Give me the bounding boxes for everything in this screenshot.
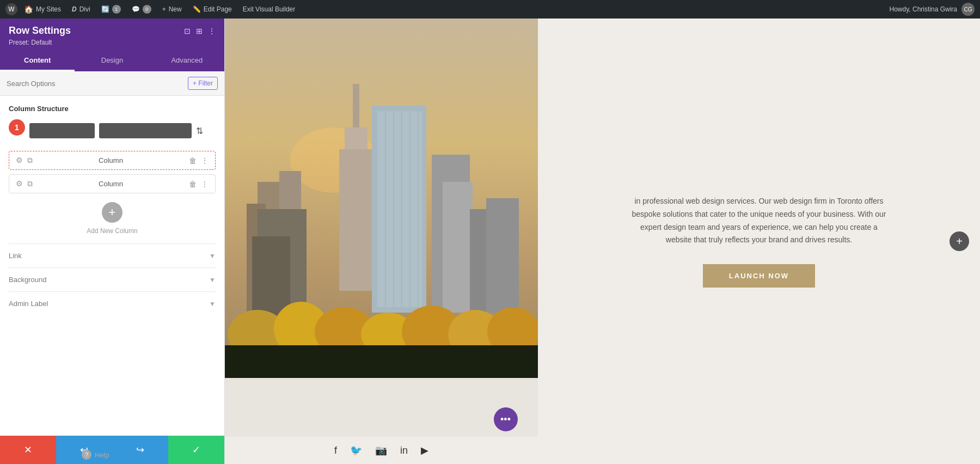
linkedin-icon[interactable]: in [400, 445, 408, 456]
column-structure-title: Column Structure [9, 105, 216, 113]
admin-bar-comments[interactable]: 💬 0 [127, 0, 156, 19]
column-1-actions: 🗑 ⋮ [189, 156, 209, 165]
filter-button[interactable]: + Filter [188, 77, 218, 90]
main-area: Row Settings ⊡ ⊞ ⋮ Preset: Default Conte… [0, 19, 980, 464]
right-area: f 🐦 📷 in ▶ in professional web design se… [225, 19, 980, 464]
social-bar: f 🐦 📷 in ▶ [225, 437, 538, 464]
panel-header-icons: ⊡ ⊞ ⋮ [184, 27, 216, 35]
home-icon: 🏠 [24, 5, 33, 14]
admin-bar-divi[interactable]: D Divi [68, 0, 95, 19]
admin-bar-edit-page[interactable]: ✏️ Edit Page [188, 0, 236, 19]
panel-header: Row Settings ⊡ ⊞ ⋮ Preset: Default [0, 19, 224, 51]
column-1-label: Column [33, 156, 189, 164]
chevron-down-icon-admin: ▼ [209, 300, 216, 308]
step-badge: 1 [9, 119, 25, 136]
instagram-icon[interactable]: 📷 [375, 444, 387, 456]
more-icon-1[interactable]: ⋮ [201, 156, 209, 165]
avatar: CG [961, 3, 975, 16]
column-swap-button[interactable]: ⇅ [196, 126, 203, 136]
admin-bar-new[interactable]: + New [158, 0, 186, 19]
column-2-icons: ⚙ ⧉ [16, 179, 33, 188]
svg-rect-7 [339, 149, 373, 291]
help-icon[interactable]: ? [82, 450, 91, 460]
accordion-background-header[interactable]: Background ▼ [9, 276, 216, 284]
delete-icon-2[interactable]: 🗑 [189, 180, 197, 188]
accordion-link-title: Link [9, 252, 22, 260]
accordion-admin-label: Admin Label ▼ [9, 291, 216, 315]
column-layout-btn-1[interactable] [29, 123, 95, 138]
tab-advanced[interactable]: Advanced [150, 51, 224, 71]
accordion-admin-label-header[interactable]: Admin Label ▼ [9, 300, 216, 308]
column-row-1: ⚙ ⧉ Column 🗑 ⋮ [9, 151, 216, 170]
redo-button[interactable]: ↪ [112, 436, 168, 464]
expand-icon[interactable]: ⊞ [196, 27, 203, 35]
minimize-icon[interactable]: ⊡ [184, 27, 191, 35]
launch-now-button[interactable]: LAUNCH NOW [703, 264, 815, 288]
column-1-icons: ⚙ ⧉ [16, 156, 33, 165]
svg-rect-20 [252, 236, 290, 318]
chevron-down-icon-background: ▼ [209, 276, 216, 284]
youtube-icon[interactable]: ▶ [421, 444, 428, 456]
svg-rect-18 [486, 198, 519, 313]
copy-icon-1[interactable]: ⧉ [27, 156, 33, 165]
settings-icon-2[interactable]: ⚙ [16, 179, 23, 188]
updates-icon: 🔄 [101, 5, 109, 13]
more-icon-2[interactable]: ⋮ [201, 180, 209, 188]
divi-icon: D [72, 5, 77, 13]
admin-bar-updates[interactable]: 🔄 1 [97, 0, 125, 19]
svg-rect-16 [443, 182, 473, 313]
float-dots-button[interactable]: ••• [494, 407, 518, 431]
accordion-link: Link ▼ [9, 243, 216, 267]
wp-admin-bar: W 🏠 My Sites D Divi 🔄 1 💬 0 + New ✏️ Edi… [0, 0, 980, 19]
body-text: in professional web design services. Our… [628, 195, 890, 247]
wordpress-icon[interactable]: W [5, 3, 17, 15]
panel-bottom: ✕ ↩ ↪ ✓ [0, 436, 224, 464]
comments-badge: 0 [143, 5, 151, 14]
admin-bar-exit-builder[interactable]: Exit Visual Builder [238, 0, 300, 19]
save-button[interactable]: ✓ [168, 436, 224, 464]
column-layout-btn-2[interactable] [99, 123, 192, 138]
updates-badge: 1 [112, 5, 121, 14]
facebook-icon[interactable]: f [334, 445, 337, 456]
panel-search: + Filter [0, 71, 224, 96]
accordion-admin-label-title: Admin Label [9, 300, 48, 308]
page-content: f 🐦 📷 in ▶ in professional web design se… [225, 19, 980, 464]
text-section: in professional web design services. Our… [538, 19, 980, 464]
image-section: f 🐦 📷 in ▶ [225, 19, 538, 464]
accordion-background-title: Background [9, 276, 46, 284]
column-2-actions: 🗑 ⋮ [189, 180, 209, 188]
search-input[interactable] [7, 80, 183, 88]
admin-bar-user[interactable]: Howdy, Christina Gwira CG [890, 3, 975, 16]
cancel-button[interactable]: ✕ [0, 436, 56, 464]
panel-title: Row Settings [9, 25, 71, 36]
accordion-background: Background ▼ [9, 267, 216, 291]
help-area: ? Help [82, 450, 109, 460]
delete-icon-1[interactable]: 🗑 [189, 156, 197, 165]
svg-rect-29 [225, 378, 538, 438]
comments-icon: 💬 [132, 5, 140, 13]
add-column-button[interactable]: + [102, 202, 122, 223]
city-image [225, 19, 538, 438]
twitter-icon[interactable]: 🐦 [350, 444, 362, 456]
panel-preset[interactable]: Preset: Default [9, 39, 216, 46]
tab-content[interactable]: Content [0, 51, 75, 71]
chevron-down-icon-link: ▼ [209, 252, 216, 260]
column-2-label: Column [33, 180, 189, 188]
accordion-link-header[interactable]: Link ▼ [9, 252, 216, 260]
svg-rect-9 [377, 111, 422, 307]
tab-design[interactable]: Design [75, 51, 149, 71]
add-column-label: Add New Column [87, 227, 137, 235]
admin-bar-my-sites[interactable]: 🏠 My Sites [20, 0, 65, 19]
copy-icon-2[interactable]: ⧉ [27, 179, 33, 188]
panel-tabs: Content Design Advanced [0, 51, 224, 71]
help-label-text: Help [95, 451, 109, 459]
float-add-button[interactable]: + [950, 231, 969, 251]
edit-icon: ✏️ [193, 5, 201, 13]
settings-icon-1[interactable]: ⚙ [16, 156, 23, 165]
column-row-2: ⚙ ⧉ Column 🗑 ⋮ [9, 174, 216, 193]
more-icon[interactable]: ⋮ [208, 27, 216, 35]
panel-content: Column Structure 1 ⇅ ⚙ ⧉ Column 🗑 ⋮ [0, 96, 224, 436]
add-column-area: + Add New Column [9, 202, 216, 235]
left-panel: Row Settings ⊡ ⊞ ⋮ Preset: Default Conte… [0, 19, 225, 464]
column-structure: 1 ⇅ [9, 119, 216, 142]
